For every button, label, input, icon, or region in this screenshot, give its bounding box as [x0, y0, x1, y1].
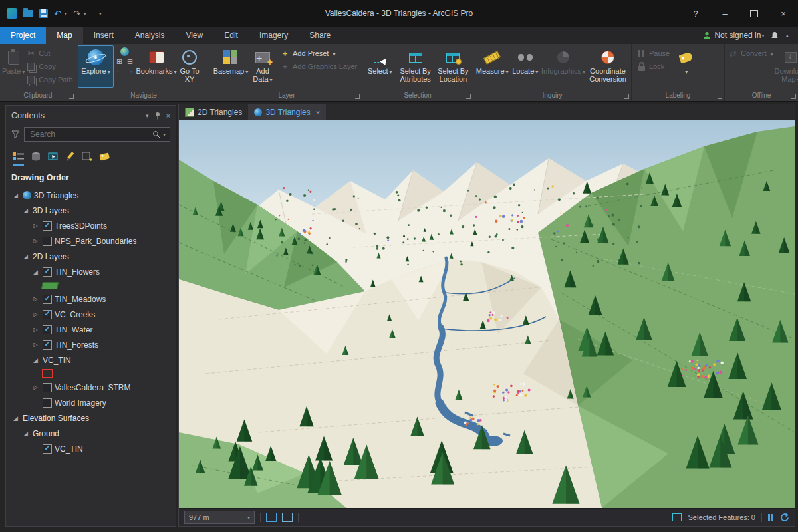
list-by-snapping-tab[interactable]: + [82, 152, 92, 166]
tab-insert[interactable]: Insert [83, 27, 124, 44]
scale-dropdown[interactable]: 977 m ▾ [184, 511, 255, 524]
dialog-launcher-icon[interactable] [355, 94, 360, 99]
refresh-view-icon[interactable] [779, 513, 789, 522]
collapse-icon[interactable]: ◢ [21, 253, 30, 260]
layer-visibility-checkbox[interactable] [43, 295, 52, 304]
tab-project[interactable]: Project [0, 27, 46, 44]
list-by-editing-tab[interactable] [65, 152, 75, 166]
expand-icon[interactable]: ▷ [31, 238, 40, 244]
tab-view[interactable]: View [175, 27, 213, 44]
layer-item-2d-layers[interactable]: ◢2D Layers [6, 249, 176, 264]
layer-item-tin-meadows[interactable]: ▷TIN_Meadows [6, 291, 176, 307]
layer-item-vc-creeks[interactable]: ▷VC_Creeks [6, 307, 176, 322]
view-tab-3d-triangles[interactable]: 3D Triangles × [248, 104, 326, 120]
expand-icon[interactable]: ▷ [31, 296, 40, 302]
pause-labeling-button[interactable]: Pause [636, 47, 670, 59]
layer-item-vc-tin[interactable]: ◢VC_TIN [6, 352, 176, 368]
search-box[interactable]: ▾ [24, 127, 170, 142]
layer-item-tin-water[interactable]: ▷TIN_Water [6, 322, 176, 337]
pin-icon[interactable] [154, 112, 161, 120]
layer-visibility-checkbox[interactable] [43, 267, 52, 277]
collapse-icon[interactable]: ◢ [31, 357, 40, 364]
layer-visibility-checkbox[interactable] [43, 237, 52, 246]
add-graphics-layer-button[interactable]: +Add Graphics Layer [280, 61, 357, 72]
tab-edit[interactable]: Edit [213, 27, 249, 44]
pause-drawing-icon[interactable] [768, 514, 773, 521]
layer-item-tin-flowers[interactable]: ◢TIN_Flowers [6, 264, 176, 279]
layer-item-3d-triangles[interactable]: ◢3D Triangles [6, 188, 176, 203]
paste-button[interactable]: Paste [2, 46, 25, 87]
bookmarks-button[interactable]: Bookmarks [136, 46, 176, 87]
previous-extent-icon[interactable]: ← [114, 66, 124, 75]
tab-map[interactable]: Map [46, 27, 82, 44]
search-input[interactable] [29, 129, 152, 140]
full-extent-icon[interactable] [120, 47, 129, 56]
collapse-icon[interactable]: ◢ [11, 192, 20, 199]
undo-caret-icon[interactable]: ▾ [65, 11, 67, 17]
list-by-selection-tab[interactable] [48, 152, 59, 166]
copy-path-button[interactable]: Copy Path [26, 74, 72, 86]
dialog-launcher-icon[interactable] [791, 94, 796, 99]
pane-options-caret-icon[interactable]: ▾ [146, 112, 149, 119]
collapse-icon[interactable]: ◢ [21, 207, 30, 214]
layer-visibility-checkbox[interactable] [43, 310, 52, 319]
basemap-button[interactable]: Basemap [213, 46, 248, 87]
filter-funnel-icon[interactable] [11, 130, 20, 138]
select-by-attributes-button[interactable]: Select By Attributes [397, 46, 434, 87]
layer-item-3d-layers[interactable]: ◢3D Layers [6, 203, 176, 218]
list-by-drawing-order-tab[interactable] [13, 152, 24, 166]
dialog-launcher-icon[interactable] [624, 94, 629, 99]
layer-visibility-checkbox[interactable] [43, 325, 52, 334]
fixed-zoom-in-icon[interactable]: ⊞ [114, 57, 124, 66]
convert-button[interactable]: ⇄Convert [728, 47, 773, 59]
collapse-icon[interactable]: ◢ [31, 269, 40, 275]
search-icon[interactable] [152, 130, 160, 138]
search-options-caret-icon[interactable]: ▾ [163, 132, 166, 138]
copy-button[interactable]: Copy [26, 61, 72, 72]
layer-visibility-checkbox[interactable] [43, 398, 52, 408]
list-by-labeling-tab[interactable] [99, 152, 111, 166]
layer-legend-row[interactable] [6, 279, 176, 291]
select-button[interactable]: Select [364, 46, 396, 87]
expand-icon[interactable]: ▷ [31, 311, 40, 317]
layer-item-ground[interactable]: ◢Ground [6, 426, 176, 441]
dialog-launcher-icon[interactable] [718, 94, 722, 99]
locate-button[interactable]: Locate [510, 46, 540, 87]
add-data-button[interactable]: + Add Data [249, 46, 276, 87]
close-button[interactable]: × [769, 0, 798, 27]
tab-analysis[interactable]: Analysis [124, 27, 176, 44]
maximize-button[interactable] [739, 0, 769, 27]
coordinates-display-icon[interactable] [282, 513, 293, 522]
view-tab-2d-triangles[interactable]: 2D Triangles [179, 104, 248, 120]
layer-legend-swatch[interactable] [41, 282, 59, 289]
help-button[interactable]: ? [681, 0, 710, 27]
map-viewport[interactable] [179, 120, 795, 508]
open-project-icon[interactable] [23, 10, 33, 17]
redo-caret-icon[interactable]: ▾ [84, 11, 86, 17]
expand-icon[interactable]: ▷ [31, 327, 40, 332]
dialog-launcher-icon[interactable] [466, 94, 471, 99]
sign-in-control[interactable]: Not signed in ▾ [703, 31, 764, 40]
next-extent-icon[interactable]: → [125, 66, 135, 75]
layer-item-tin-forests[interactable]: ▷TIN_Forests [6, 337, 176, 352]
redo-icon[interactable]: ↷ [73, 9, 80, 18]
layer-item-elevation-surfaces[interactable]: ◢Elevation Surfaces [6, 410, 176, 426]
list-by-data-source-tab[interactable] [31, 152, 41, 166]
grid-toggle-icon[interactable] [266, 513, 277, 522]
fixed-zoom-out-icon[interactable]: ⊟ [125, 57, 135, 66]
label-toggle-button[interactable] [671, 46, 700, 87]
go-to-xy-button[interactable]: Go To XY [178, 46, 201, 87]
layer-visibility-checkbox[interactable] [43, 444, 52, 454]
select-by-location-button[interactable]: Select By Location [436, 46, 471, 87]
layer-legend-swatch[interactable] [42, 369, 53, 378]
collapse-icon[interactable]: ◢ [21, 430, 30, 437]
save-project-icon[interactable] [39, 9, 48, 18]
explore-button[interactable]: Explore [78, 46, 113, 87]
layer-item-world-imagery[interactable]: World Imagery [6, 395, 176, 410]
layer-item-nps-park-boundaries[interactable]: ▷NPS_Park_Boundaries [6, 233, 176, 249]
dialog-launcher-icon[interactable] [69, 94, 74, 99]
layer-item-vc-tin[interactable]: VC_TIN [6, 441, 176, 456]
layer-visibility-checkbox[interactable] [43, 340, 52, 350]
expand-icon[interactable]: ▷ [31, 223, 40, 229]
expand-icon[interactable]: ▷ [31, 384, 40, 390]
